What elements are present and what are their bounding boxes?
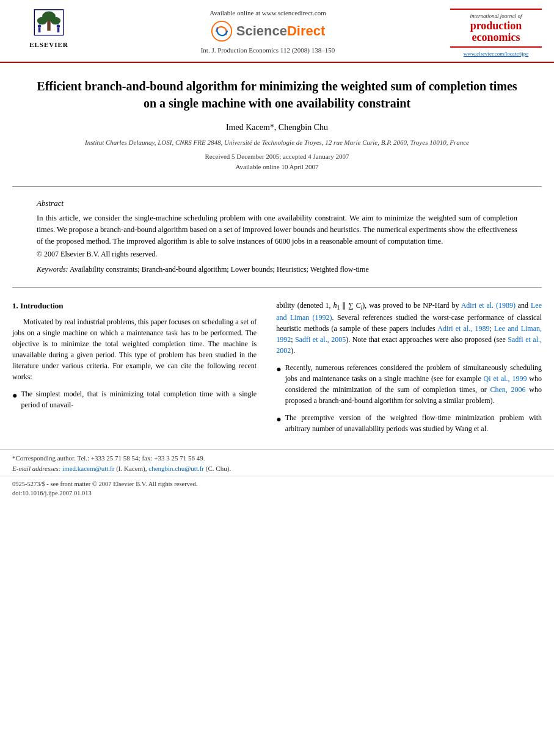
abstract-title: Abstract bbox=[37, 198, 517, 209]
bullet-text-2: Recently, numerous references considered… bbox=[285, 362, 542, 406]
bullet-icon-3: ● bbox=[276, 413, 281, 426]
bullet-icon: ● bbox=[12, 389, 17, 402]
received-date: Received 5 December 2005; accepted 4 Jan… bbox=[37, 151, 517, 162]
ref-qi-1999[interactable]: Qi et al., 1999 bbox=[484, 374, 527, 383]
footnote-corresponding: *Corresponding author. Tel.: +333 25 71 … bbox=[12, 453, 542, 463]
copyright-text: © 2007 Elsevier B.V. All rights reserved… bbox=[37, 249, 517, 260]
title-divider bbox=[12, 186, 542, 187]
header-right: international journal of production econ… bbox=[450, 9, 542, 58]
intro-cont-para: ability (denoted 1, h1 ‖ ∑ Ci), was prov… bbox=[276, 300, 542, 356]
footnote-email: E-mail addresses: imed.kacem@utt.fr (I. … bbox=[12, 463, 542, 474]
column-left: 1. Introduction Motivated by real indust… bbox=[12, 300, 266, 440]
email1-name: (I. Kacem), bbox=[116, 465, 147, 472]
email-link-2[interactable]: chengbin.chu@utt.fr bbox=[148, 465, 204, 472]
email2-name: (C. Chu). bbox=[206, 465, 231, 472]
keywords: Keywords: Availability constraints; Bran… bbox=[37, 264, 517, 275]
header-left: ELSEVIER bbox=[12, 9, 86, 49]
footnote-area: *Corresponding author. Tel.: +333 25 71 … bbox=[0, 449, 554, 476]
svg-rect-9 bbox=[57, 28, 60, 32]
svg-rect-5 bbox=[47, 21, 50, 31]
keywords-label: Keywords: bbox=[37, 265, 68, 274]
page: ELSEVIER Available online at www.science… bbox=[0, 0, 554, 756]
bullet-text-1: The simplest model, that is minimizing t… bbox=[21, 388, 257, 410]
sciencedirect-logo: ScienceDirect bbox=[211, 20, 326, 42]
production-label: production bbox=[454, 20, 538, 32]
email-label: E-mail addresses: bbox=[12, 465, 60, 472]
svg-point-3 bbox=[37, 17, 47, 25]
economics-label: economics bbox=[454, 32, 538, 44]
svg-point-4 bbox=[51, 17, 60, 25]
abstract-divider bbox=[12, 287, 542, 288]
header: ELSEVIER Available online at www.science… bbox=[0, 0, 554, 63]
bottom-bar: 0925-5273/$ - see front matter © 2007 El… bbox=[0, 476, 554, 501]
ref-sadfi-2005[interactable]: Sadfi et al., 2005 bbox=[295, 335, 346, 344]
keywords-text: Availability constraints; Branch-and-bou… bbox=[70, 265, 369, 274]
list-item-3: ● The preemptive version of the weighted… bbox=[276, 412, 542, 434]
authors: Imed Kacem*, Chengbin Chu bbox=[37, 122, 517, 134]
available-online-date: Available online 10 April 2007 bbox=[37, 162, 517, 173]
issn-text: 0925-5273/$ - see front matter © 2007 El… bbox=[12, 480, 542, 489]
abstract-section: Abstract In this article, we consider th… bbox=[0, 193, 554, 281]
journal-title-box: international journal of production econ… bbox=[450, 9, 542, 48]
bullet-icon-2: ● bbox=[276, 363, 281, 376]
ref-adiri-1989b[interactable]: Adiri et al., 1989 bbox=[437, 324, 489, 333]
available-online-text: Available online at www.sciencedirect.co… bbox=[210, 9, 326, 18]
doi-text: doi:10.1016/j.ijpe.2007.01.013 bbox=[12, 489, 542, 498]
elsevier-tree-icon bbox=[31, 9, 67, 39]
abstract-text: In this article, we consider the single-… bbox=[37, 213, 517, 247]
paper-title: Efficient branch-and-bound algorithm for… bbox=[37, 78, 517, 112]
intro-para1: Motivated by real industrial problems, t… bbox=[12, 316, 257, 382]
intl-journal-label: international journal of bbox=[454, 12, 538, 20]
column-right: ability (denoted 1, h1 ‖ ∑ Ci), was prov… bbox=[266, 300, 542, 440]
ref-chen-2006[interactable]: Chen, 2006 bbox=[490, 385, 525, 394]
list-item: ● The simplest model, that is minimizing… bbox=[12, 388, 257, 410]
svg-point-6 bbox=[38, 24, 41, 27]
sciencedirect-icon bbox=[211, 20, 233, 42]
body-content: 1. Introduction Motivated by real indust… bbox=[0, 294, 554, 446]
elsevier-label: ELSEVIER bbox=[29, 40, 68, 49]
journal-reference: Int. J. Production Economics 112 (2008) … bbox=[201, 46, 335, 55]
header-center: Available online at www.sciencedirect.co… bbox=[86, 9, 450, 56]
svg-rect-7 bbox=[38, 28, 41, 32]
title-section: Efficient branch-and-bound algorithm for… bbox=[0, 63, 554, 180]
ref-adiri-1989[interactable]: Adiri et al. (1989) bbox=[461, 301, 516, 310]
bullet-text-3: The preemptive version of the weighted f… bbox=[285, 412, 542, 434]
list-item-2: ● Recently, numerous references consider… bbox=[276, 362, 542, 406]
svg-point-10 bbox=[212, 21, 231, 41]
sciencedirect-text: ScienceDirect bbox=[236, 22, 326, 41]
section1-heading: 1. Introduction bbox=[12, 300, 257, 312]
bullet-list-right: ● Recently, numerous references consider… bbox=[276, 362, 542, 434]
affiliation: Institut Charles Delaunay, LOSI, CNRS FR… bbox=[37, 138, 517, 147]
journal-url[interactable]: www.elsevier.com/locate/ijpe bbox=[450, 50, 542, 58]
elsevier-logo: ELSEVIER bbox=[12, 9, 86, 49]
bullet-list-left: ● The simplest model, that is minimizing… bbox=[12, 388, 257, 410]
svg-point-8 bbox=[57, 24, 60, 27]
email-link-1[interactable]: imed.kacem@utt.fr bbox=[62, 465, 114, 472]
